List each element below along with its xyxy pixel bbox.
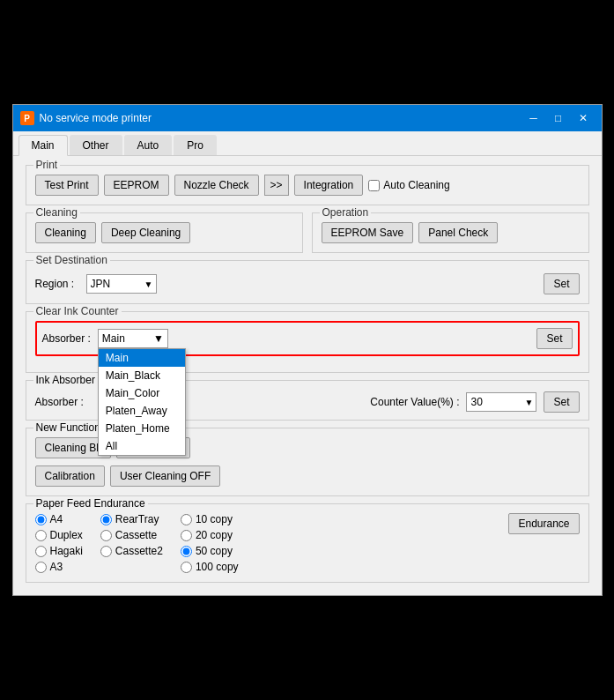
paper-grid: A4 Duplex Hagaki A3 RearTray xyxy=(35,513,580,573)
absorber-option-platen-home[interactable]: Platen_Home xyxy=(99,420,185,437)
auto-cleaning-label: Auto Cleaning xyxy=(383,179,449,191)
paper-feed-section: Paper Feed Endurance A4 Duplex Hagaki A3 xyxy=(26,503,589,583)
tab-other[interactable]: Other xyxy=(70,135,122,155)
integration-button[interactable]: Integration xyxy=(294,175,364,196)
cleaning-section: Cleaning Cleaning Deep Cleaning xyxy=(26,212,303,253)
absorber-option-platen-away[interactable]: Platen_Away xyxy=(99,402,185,420)
radio-hagaki-input[interactable] xyxy=(35,546,47,557)
deep-cleaning-button[interactable]: Deep Cleaning xyxy=(101,222,190,243)
absorber-selected-value: Main xyxy=(102,332,125,345)
region-select-wrap: JPN ▼ xyxy=(86,274,157,294)
test-print-button[interactable]: Test Print xyxy=(35,175,99,196)
radio-50copy-input[interactable] xyxy=(181,546,192,557)
print-section-label: Print xyxy=(33,159,61,171)
window-title: No service mode printer xyxy=(40,112,522,124)
radio-duplex-input[interactable] xyxy=(35,530,47,541)
operation-section-label: Operation xyxy=(320,206,372,219)
region-select[interactable]: JPN xyxy=(86,274,157,294)
radio-reartray[interactable]: RearTray xyxy=(100,513,163,525)
new-function-row2: Calibration User Cleaning OFF xyxy=(35,465,580,487)
cleaning-section-label: Cleaning xyxy=(33,206,80,219)
radio-reartray-input[interactable] xyxy=(100,514,112,525)
radio-a4-input[interactable] xyxy=(35,514,47,525)
cleaning-operation-row: Cleaning Cleaning Deep Cleaning Operatio… xyxy=(26,212,589,260)
tab-pro[interactable]: Pro xyxy=(174,135,217,155)
paper-feed-label: Paper Feed Endurance xyxy=(33,497,148,510)
absorber-dropdown-button[interactable]: Main ▼ xyxy=(98,329,168,348)
eeprom-button[interactable]: EEPROM xyxy=(104,175,169,196)
radio-50copy[interactable]: 50 copy xyxy=(181,545,239,557)
main-content: Print Test Print EEPROM Nozzle Check >> … xyxy=(13,156,602,595)
radio-cassette2[interactable]: Cassette2 xyxy=(100,545,163,557)
cleaning-buttons-row: Cleaning Deep Cleaning xyxy=(35,222,293,243)
radio-cassette[interactable]: Cassette xyxy=(100,529,163,541)
paper-sources-col: RearTray Cassette Cassette2 xyxy=(100,513,163,557)
cleaning-button[interactable]: Cleaning xyxy=(35,222,96,243)
endurance-button[interactable]: Endurance xyxy=(508,513,579,534)
radio-cassette-input[interactable] xyxy=(100,530,112,541)
operation-section: Operation EEPROM Save Panel Check xyxy=(312,212,589,253)
absorber-option-all[interactable]: All xyxy=(99,437,185,455)
close-button[interactable]: ✕ xyxy=(572,109,595,127)
radio-10copy[interactable]: 10 copy xyxy=(181,513,239,525)
auto-cleaning-checkbox-label[interactable]: Auto Cleaning xyxy=(368,179,449,191)
radio-hagaki[interactable]: Hagaki xyxy=(35,545,83,557)
clear-ink-counter-label: Clear Ink Counter xyxy=(33,305,122,317)
absorber-option-main-black[interactable]: Main_Black xyxy=(99,367,185,384)
clear-ink-set-button[interactable]: Set xyxy=(536,328,572,349)
minimize-button[interactable]: ─ xyxy=(522,109,545,127)
absorber-dropdown-list: Main Main_Black Main_Color Platen_Away P… xyxy=(98,348,186,456)
window-icon: P xyxy=(20,111,34,125)
set-destination-button[interactable]: Set xyxy=(544,273,579,294)
user-cleaning-off-button[interactable]: User Cleaning OFF xyxy=(110,465,220,487)
tab-main[interactable]: Main xyxy=(18,135,68,156)
set-destination-section: Set Destination Region : JPN ▼ Set xyxy=(26,260,589,304)
new-function-label: New Function xyxy=(33,421,103,434)
absorber-label: Absorber : xyxy=(42,332,91,345)
eeprom-save-button[interactable]: EEPROM Save xyxy=(322,222,414,243)
nozzle-check-button[interactable]: Nozzle Check xyxy=(174,175,259,196)
radio-cassette2-input[interactable] xyxy=(100,546,112,557)
absorber-dropdown-container: Main ▼ Main Main_Black Main_Color Platen… xyxy=(98,329,168,348)
counter-value-label: Counter Value(%) : xyxy=(370,396,459,408)
radio-10copy-input[interactable] xyxy=(181,514,192,525)
calibration-button[interactable]: Calibration xyxy=(35,465,105,487)
ink-absorber-label: Absorber : xyxy=(35,396,84,408)
region-label: Region : xyxy=(35,278,79,290)
region-row: Region : JPN ▼ Set xyxy=(35,273,580,294)
radio-100copy[interactable]: 100 copy xyxy=(181,561,239,573)
tab-bar: Main Other Auto Pro xyxy=(13,131,602,156)
radio-a3-input[interactable] xyxy=(35,562,47,573)
radio-a4[interactable]: A4 xyxy=(35,513,83,525)
radio-a3[interactable]: A3 xyxy=(35,561,83,573)
main-window: P No service mode printer ─ □ ✕ Main Oth… xyxy=(12,104,603,596)
print-row: Test Print EEPROM Nozzle Check >> Integr… xyxy=(35,175,580,196)
operation-buttons-row: EEPROM Save Panel Check xyxy=(322,222,580,243)
endurance-col: Endurance xyxy=(508,513,579,534)
radio-20copy-input[interactable] xyxy=(181,530,192,541)
radio-duplex[interactable]: Duplex xyxy=(35,529,83,541)
tab-auto[interactable]: Auto xyxy=(124,135,173,155)
clear-ink-counter-section: Clear Ink Counter Absorber : Main ▼ Main… xyxy=(26,311,589,373)
absorber-option-main-color[interactable]: Main_Color xyxy=(99,384,185,402)
radio-20copy[interactable]: 20 copy xyxy=(181,529,239,541)
counter-value-select[interactable]: 30 50 80 100 xyxy=(466,392,536,412)
auto-cleaning-checkbox[interactable] xyxy=(368,180,380,191)
panel-check-button[interactable]: Panel Check xyxy=(418,222,498,243)
title-bar: P No service mode printer ─ □ ✕ xyxy=(13,105,602,131)
maximize-button[interactable]: □ xyxy=(547,109,570,127)
radio-100copy-input[interactable] xyxy=(181,562,192,573)
paper-sizes-col: A4 Duplex Hagaki A3 xyxy=(35,513,83,573)
absorber-dropdown-arrow-icon: ▼ xyxy=(153,332,164,345)
copy-counts-col: 10 copy 20 copy 50 copy 100 copy xyxy=(181,513,239,573)
print-section: Print Test Print EEPROM Nozzle Check >> … xyxy=(26,165,589,205)
absorber-option-main[interactable]: Main xyxy=(99,349,185,367)
absorber-row: Absorber : Main ▼ Main Main_Black Main_C… xyxy=(42,328,573,349)
ink-absorber-set-button[interactable]: Set xyxy=(544,391,579,413)
set-destination-label: Set Destination xyxy=(33,254,110,266)
counter-select-wrap: 30 50 80 100 ▼ xyxy=(466,392,536,412)
window-controls: ─ □ ✕ xyxy=(522,109,595,127)
arrow-button[interactable]: >> xyxy=(264,175,289,196)
absorber-dropdown-section: Absorber : Main ▼ Main Main_Black Main_C… xyxy=(35,321,580,356)
